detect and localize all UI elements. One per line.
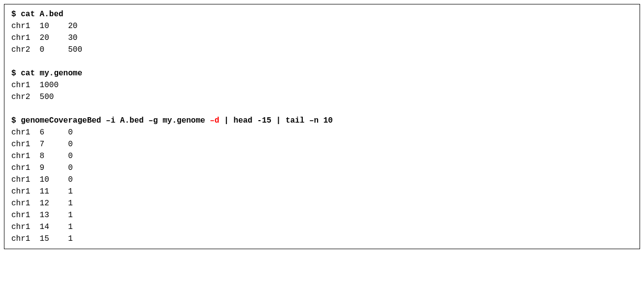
cmd-post: | head -15 | tail –n 10 (219, 116, 332, 125)
command-prompt-2: $ cat my.genome (11, 67, 633, 79)
output-row: chr1 20 30 (11, 32, 633, 44)
blank-line (11, 103, 633, 115)
output-row: chr2 500 (11, 91, 633, 103)
output-row: chr1 1000 (11, 79, 633, 91)
output-row: chr1 13 1 (11, 209, 633, 221)
command-prompt-1: $ cat A.bed (11, 8, 633, 20)
terminal-output: $ cat A.bed chr1 10 20 chr1 20 30 chr2 0… (4, 4, 640, 249)
output-row: chr1 12 1 (11, 197, 633, 209)
output-row: chr1 10 0 (11, 174, 633, 186)
highlighted-flag: –d (210, 116, 219, 125)
output-row: chr1 10 20 (11, 20, 633, 32)
output-row: chr1 11 1 (11, 186, 633, 197)
output-row: chr1 6 0 (11, 127, 633, 138)
output-row: chr1 9 0 (11, 162, 633, 174)
output-row: chr1 15 1 (11, 233, 633, 245)
blank-line (11, 56, 633, 67)
output-row: chr2 0 500 (11, 44, 633, 56)
cmd-pre: $ genomeCoverageBed –i A.bed –g my.genom… (11, 116, 210, 125)
output-row: chr1 7 0 (11, 138, 633, 150)
output-row: chr1 14 1 (11, 221, 633, 233)
output-row: chr1 8 0 (11, 150, 633, 162)
command-prompt-3: $ genomeCoverageBed –i A.bed –g my.genom… (11, 115, 633, 127)
